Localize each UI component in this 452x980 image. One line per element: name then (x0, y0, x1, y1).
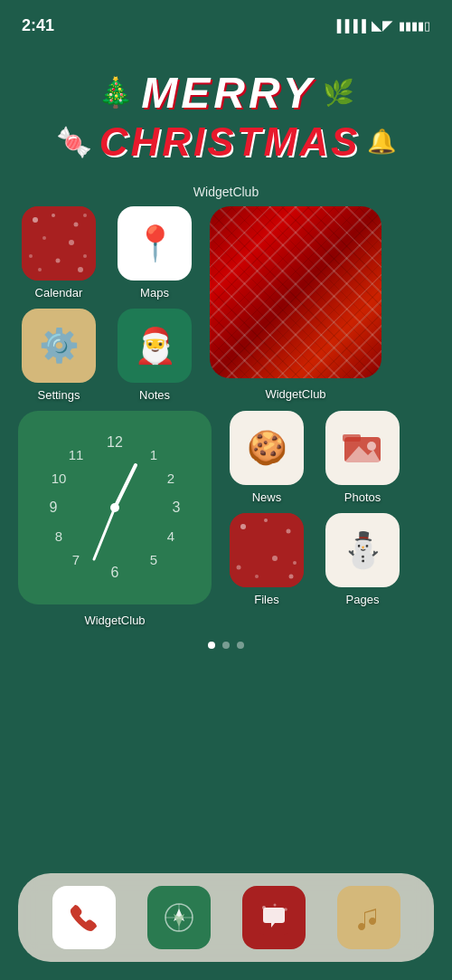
clock-widget-label: WidgetClub (84, 614, 145, 627)
svg-text:2: 2 (167, 471, 174, 486)
notes-label: Notes (139, 388, 170, 402)
svg-point-8 (56, 259, 61, 263)
christmas-header: 🎄 MERRY 🌿 🍬 CHRISTMAS 🔔 (0, 40, 452, 185)
dock-safari[interactable] (147, 886, 211, 949)
news-icon: 🍪 (230, 411, 304, 485)
app-calendar[interactable]: Calendar (18, 206, 99, 300)
app-pages[interactable]: ⛄ Pages (322, 513, 403, 606)
svg-point-11 (78, 267, 83, 272)
dock-messages[interactable] (242, 886, 306, 949)
messages-icon (242, 886, 306, 949)
maps-label: Maps (140, 286, 169, 300)
svg-text:12: 12 (107, 434, 123, 450)
page-dots (0, 642, 452, 649)
dock (18, 873, 434, 962)
clock-widget-container[interactable]: 12 3 6 9 1 2 4 5 7 8 10 11 (18, 411, 212, 627)
dot-1 (208, 642, 215, 649)
svg-text:7: 7 (72, 552, 80, 567)
svg-text:6: 6 (111, 565, 119, 580)
calendar-label: Calendar (35, 286, 83, 300)
tree-icon-left: 🎄 (98, 75, 134, 109)
photos-label: Photos (344, 490, 381, 504)
candy-cane-icon: 🍬 (56, 125, 92, 159)
svg-text:8: 8 (55, 528, 62, 544)
clock-widget: 12 3 6 9 1 2 4 5 7 8 10 11 (18, 411, 212, 604)
svg-point-4 (83, 214, 87, 217)
phone-icon (52, 886, 116, 949)
svg-point-32 (240, 524, 246, 529)
settings-label: Settings (38, 388, 80, 402)
svg-rect-28 (343, 434, 361, 442)
svg-text:9: 9 (50, 500, 58, 515)
app-photos[interactable]: Photos (322, 411, 403, 504)
pages-icon: ⛄ (325, 513, 400, 587)
svg-point-9 (83, 254, 87, 258)
svg-point-47 (273, 904, 276, 907)
svg-line-25 (94, 508, 115, 559)
svg-point-10 (38, 268, 42, 271)
signal-icon: ▐▐▐▐ (333, 19, 366, 33)
app-files[interactable]: Files (226, 513, 307, 606)
svg-point-1 (33, 217, 38, 223)
svg-point-33 (264, 519, 268, 522)
svg-point-6 (69, 240, 74, 245)
clock-face: 12 3 6 9 1 2 4 5 7 8 10 11 (29, 422, 201, 594)
svg-point-35 (293, 561, 297, 565)
safari-icon (147, 886, 211, 949)
svg-point-39 (289, 575, 294, 579)
right-top-row: 🍪 News Photos (226, 411, 403, 504)
music-icon (337, 886, 400, 949)
files-icon (230, 513, 304, 587)
merry-title: MERRY (141, 68, 315, 118)
app-settings[interactable]: ⚙️ Settings (18, 309, 99, 402)
widget-club-section-label: WidgetClub (0, 185, 452, 199)
app-maps[interactable]: 📍 Maps (114, 206, 195, 300)
svg-point-37 (272, 556, 278, 561)
status-bar: 2:41 ▐▐▐▐ ◣◤ ▮▮▮▮▯ (0, 0, 452, 40)
battery-icon: ▮▮▮▮▯ (399, 19, 430, 33)
svg-point-38 (255, 575, 259, 578)
widget-club-plaid-label: WidgetClub (265, 387, 325, 401)
svg-text:11: 11 (69, 447, 84, 462)
row-1: Calendar ⚙️ Settings 📍 Maps 🎅 Notes (18, 206, 434, 402)
row-2: 12 3 6 9 1 2 4 5 7 8 10 11 (18, 411, 434, 627)
right-bottom-row: Files ⛄ Pages (226, 513, 403, 606)
svg-line-24 (115, 465, 136, 508)
bell-icon: 🔔 (367, 128, 396, 156)
app-notes[interactable]: 🎅 Notes (114, 309, 195, 402)
svg-text:5: 5 (150, 552, 157, 567)
app-grid: Calendar ⚙️ Settings 📍 Maps 🎅 Notes (0, 206, 452, 627)
christmas-title: CHRISTMAS (99, 119, 361, 165)
svg-point-26 (110, 503, 119, 512)
notes-icon: 🎅 (118, 309, 192, 383)
plaid-widget-container[interactable]: WidgetClub (210, 206, 381, 401)
settings-icon: ⚙️ (22, 309, 96, 383)
app-news[interactable]: 🍪 News (226, 411, 307, 504)
wifi-icon: ◣◤ (372, 17, 393, 33)
dot-2 (222, 642, 230, 649)
svg-point-3 (74, 223, 79, 227)
svg-point-36 (237, 566, 241, 570)
svg-point-5 (42, 236, 46, 240)
svg-point-34 (287, 529, 291, 534)
svg-text:3: 3 (173, 500, 181, 515)
pages-label: Pages (346, 593, 380, 606)
status-time: 2:41 (22, 16, 54, 35)
maps-icon: 📍 (118, 206, 192, 281)
svg-rect-0 (22, 206, 96, 281)
svg-text:10: 10 (52, 471, 67, 486)
right-grid: 🍪 News Photos (226, 411, 403, 606)
dot-3 (237, 642, 244, 649)
photos-icon (325, 411, 400, 485)
files-label: Files (254, 593, 278, 606)
plaid-widget (210, 206, 381, 378)
dock-music[interactable] (337, 886, 400, 949)
svg-text:1: 1 (150, 447, 157, 462)
christmas-row: 🍬 CHRISTMAS 🔔 (56, 119, 397, 165)
svg-text:4: 4 (167, 528, 174, 544)
news-label: News (252, 490, 282, 504)
status-icons: ▐▐▐▐ ◣◤ ▮▮▮▮▯ (333, 17, 430, 33)
photos-svg (343, 430, 382, 466)
plaid-background (210, 206, 381, 378)
dock-phone[interactable] (52, 886, 116, 949)
